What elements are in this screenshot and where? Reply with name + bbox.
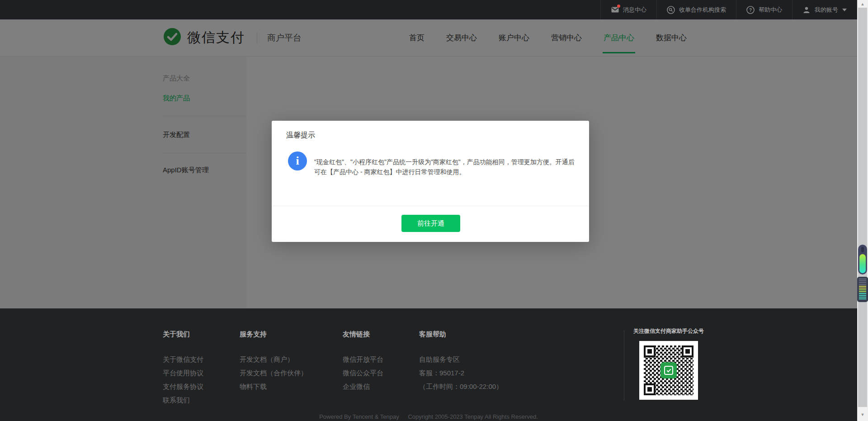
scrollbar: ▲ ▼: [857, 0, 868, 421]
topbar-item-label: 帮助中心: [759, 6, 782, 14]
page: 消息中心 收单合作机构搜索 ? 帮助中心 我的账号 微信: [0, 0, 868, 421]
qr-code-image: [639, 341, 698, 400]
mail-icon: [611, 6, 619, 14]
footer-link[interactable]: 支付服务协议: [163, 380, 203, 393]
go-activate-button[interactable]: 前往开通: [401, 215, 460, 232]
footer-link[interactable]: 开发文档（合作伙伴）: [240, 366, 307, 380]
extension-striped-indicator: [857, 277, 868, 302]
chevron-down-icon: [842, 9, 847, 11]
topbar-item-messages[interactable]: 消息中心: [600, 0, 656, 19]
circled-search-icon: [667, 6, 675, 14]
footer-text-hotline: 客服：95017-2: [419, 366, 503, 380]
footer-link[interactable]: 微信开放平台: [343, 353, 383, 366]
footer-col-friend-links: 友情链接 微信开放平台 微信公众平台 企业微信: [343, 330, 383, 393]
footer-link[interactable]: 物料下载: [240, 380, 307, 393]
dialog-footer-divider: [272, 206, 589, 206]
footer-link[interactable]: 微信公众平台: [343, 366, 383, 380]
footer-col-customer-help: 客服帮助 自助服务专区 客服：95017-2 （工作时间：09:00-22:00…: [419, 330, 503, 393]
user-icon: [802, 6, 811, 14]
footer-vertical-divider: [624, 330, 624, 401]
footer-col-about: 关于我们 关于微信支付 平台使用协议 支付服务协议 联系我们: [163, 330, 203, 407]
qr-section: 关注微信支付商家助手公众号: [630, 327, 707, 400]
footer-link[interactable]: 联系我们: [163, 393, 203, 407]
topbar-item-label: 收单合作机构搜索: [679, 6, 726, 14]
topbar-item-my-account[interactable]: 我的账号: [792, 0, 857, 19]
footer-link[interactable]: 平台使用协议: [163, 366, 203, 380]
footer-col-title: 客服帮助: [419, 330, 503, 339]
unread-badge-dot: [617, 5, 620, 8]
topbar: 消息中心 收单合作机构搜索 ? 帮助中心 我的账号: [0, 0, 857, 19]
dialog-title: 温馨提示: [286, 131, 315, 140]
footer-text-hours: （工作时间：09:00-22:00）: [419, 380, 503, 393]
svg-text:?: ?: [749, 7, 752, 12]
copyright-text: Copyright 2005-2023 Tenpay All Rights Re…: [408, 413, 538, 420]
topbar-item-help-center[interactable]: ? 帮助中心: [736, 0, 792, 19]
circled-question-icon: ?: [746, 6, 755, 14]
qr-finder-icon: [644, 345, 656, 357]
extension-gradient-indicator: [858, 245, 867, 274]
powered-by-text: Powered By Tencent & Tenpay: [319, 413, 399, 420]
footer-link[interactable]: 开发文档（商户）: [240, 353, 307, 366]
topbar-item-acquirer-search[interactable]: 收单合作机构搜索: [656, 0, 736, 19]
scrollbar-thumb[interactable]: [858, 8, 867, 407]
qr-center-logo-icon: [660, 362, 677, 378]
info-icon: i: [288, 151, 307, 170]
qr-finder-icon: [682, 345, 693, 357]
footer-col-title: 服务支持: [240, 330, 307, 339]
footer-col-title: 友情链接: [343, 330, 383, 339]
footer-col-service-support: 服务支持 开发文档（商户） 开发文档（合作伙伴） 物料下载: [240, 330, 307, 393]
footer-link[interactable]: 企业微信: [343, 380, 383, 393]
dialog-message: "现金红包"、"小程序红包"产品统一升级为"商家红包"，产品功能相同，管理更加方…: [314, 157, 579, 177]
footer: 关于我们 关于微信支付 平台使用协议 支付服务协议 联系我们 服务支持 开发文档…: [0, 308, 857, 421]
copyright-line: Powered By Tencent & Tenpay Copyright 20…: [0, 413, 857, 420]
scrollbar-down-arrow[interactable]: ▼: [857, 412, 868, 417]
qr-finder-icon: [644, 383, 656, 395]
footer-link[interactable]: 自助服务专区: [419, 353, 503, 366]
footer-link[interactable]: 关于微信支付: [163, 353, 203, 366]
scrollbar-up-arrow[interactable]: ▲: [857, 2, 868, 6]
footer-col-title: 关于我们: [163, 330, 203, 339]
notice-dialog: 温馨提示 i "现金红包"、"小程序红包"产品统一升级为"商家红包"，产品功能相…: [272, 121, 589, 242]
topbar-item-label: 我的账号: [815, 6, 838, 14]
qr-caption: 关注微信支付商家助手公众号: [630, 327, 707, 335]
topbar-item-label: 消息中心: [623, 6, 646, 14]
